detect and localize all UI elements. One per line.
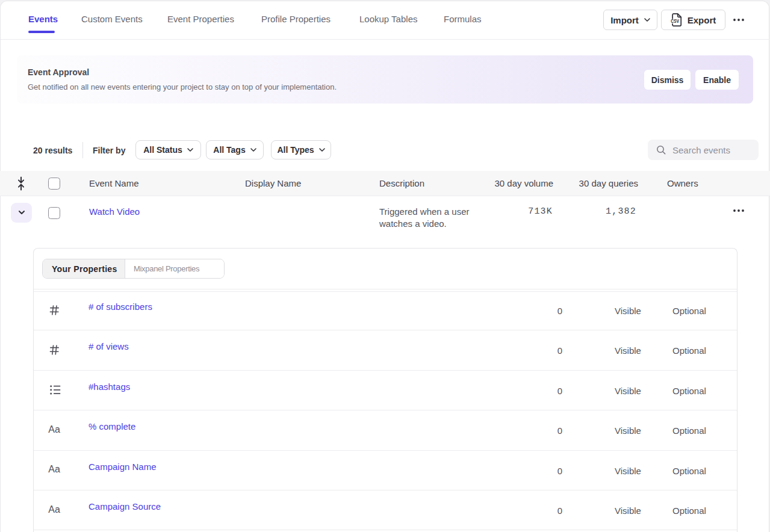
- svg-text:CSV: CSV: [671, 18, 679, 24]
